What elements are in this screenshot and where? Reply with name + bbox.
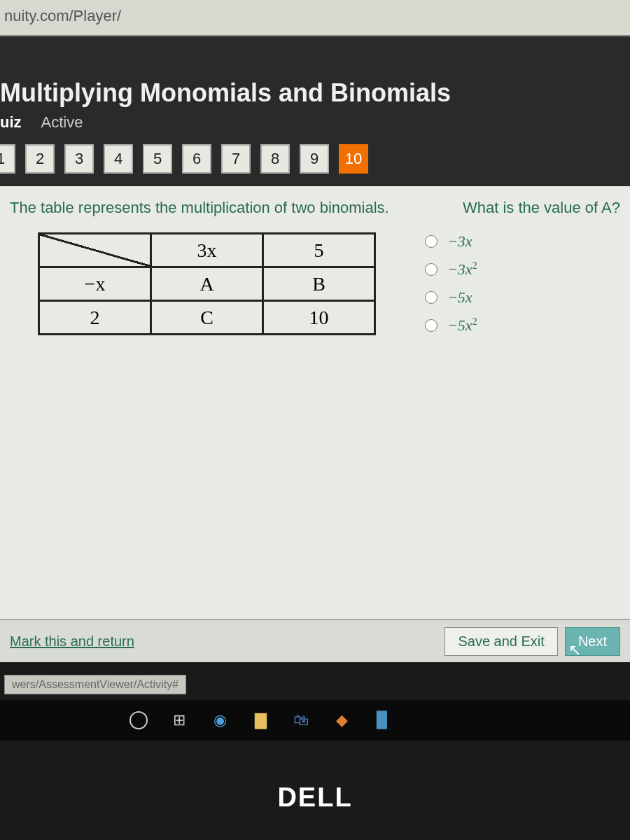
choice-text-2: −5x bbox=[447, 288, 472, 307]
choice-3[interactable]: −5x2 bbox=[425, 316, 477, 335]
dell-brand: DELL bbox=[0, 741, 630, 813]
choice-text-1: −3x2 bbox=[447, 260, 477, 279]
explorer-icon[interactable]: ▇ bbox=[248, 708, 273, 733]
question-nav: 12345678910 bbox=[0, 144, 630, 186]
taskbar[interactable]: ⊞ ◉ ▇ 🛍 ◆ ▉ bbox=[0, 700, 630, 741]
store-icon[interactable]: 🛍 bbox=[288, 708, 314, 733]
choice-0[interactable]: −3x bbox=[425, 232, 477, 251]
question-nav-5[interactable]: 5 bbox=[143, 144, 172, 174]
table-cell-r0-c0 bbox=[39, 234, 151, 267]
url-bar[interactable]: nuity.com/Player/ bbox=[0, 0, 630, 36]
bottom-bar: Mark this and return Save and Exit ↖ Nex… bbox=[0, 619, 630, 662]
choice-radio-3[interactable] bbox=[425, 319, 438, 332]
next-label: Next bbox=[578, 634, 607, 649]
next-button[interactable]: ↖ Next bbox=[565, 627, 620, 656]
answer-choices: −3x−3x2−5x−5x2 bbox=[425, 232, 477, 345]
choice-radio-0[interactable] bbox=[425, 235, 438, 248]
subhead: uiz Active bbox=[0, 113, 630, 144]
edge-icon[interactable]: ◉ bbox=[207, 708, 232, 733]
save-exit-button[interactable]: Save and Exit bbox=[444, 627, 557, 656]
question-nav-2[interactable]: 2 bbox=[25, 144, 55, 174]
question-nav-4[interactable]: 4 bbox=[104, 144, 133, 174]
question-nav-1[interactable]: 1 bbox=[0, 144, 15, 174]
question-area: The table represents the multiplication … bbox=[0, 186, 630, 662]
cursor-icon: ↖ bbox=[568, 641, 581, 659]
table-cell-r1-c2: B bbox=[263, 267, 375, 301]
app-frame: Multiplying Monomials and Binomials uiz … bbox=[0, 36, 630, 662]
table-cell-r0-c1: 3x bbox=[151, 234, 263, 267]
choice-text-0: −3x bbox=[447, 232, 472, 251]
table-cell-r2-c1: C bbox=[151, 301, 263, 335]
table-cell-r0-c2: 5 bbox=[263, 234, 375, 267]
mark-return-link[interactable]: Mark this and return bbox=[10, 634, 134, 650]
status-strip: wers/AssessmentViewer/Activity# bbox=[0, 662, 630, 700]
app-icon-2[interactable]: ▉ bbox=[370, 708, 395, 733]
question-nav-9[interactable]: 9 bbox=[300, 144, 329, 174]
cortana-icon[interactable] bbox=[126, 708, 151, 733]
question-nav-8[interactable]: 8 bbox=[260, 144, 290, 174]
choice-text-3: −5x2 bbox=[447, 316, 477, 335]
table-cell-r1-c1: A bbox=[151, 267, 263, 301]
active-label: Active bbox=[41, 113, 83, 132]
prompt-left: The table represents the multiplication … bbox=[10, 199, 389, 217]
question-nav-3[interactable]: 3 bbox=[64, 144, 94, 174]
question-nav-7[interactable]: 7 bbox=[221, 144, 251, 174]
task-view-icon[interactable]: ⊞ bbox=[167, 708, 192, 733]
table-cell-r2-c0: 2 bbox=[39, 301, 151, 335]
table-cell-r1-c0: −x bbox=[39, 267, 151, 301]
quiz-label: uiz bbox=[0, 113, 22, 132]
right-buttons: Save and Exit ↖ Next bbox=[444, 627, 620, 656]
choice-2[interactable]: −5x bbox=[425, 288, 477, 307]
multiplication-table: 3x5−xAB2C10 bbox=[38, 232, 376, 335]
question-nav-6[interactable]: 6 bbox=[182, 144, 211, 174]
lesson-title: Multiplying Monomials and Binomials bbox=[0, 78, 630, 113]
content-row: 3x5−xAB2C10 −3x−3x2−5x−5x2 bbox=[10, 230, 620, 345]
prompt-row: The table represents the multiplication … bbox=[10, 199, 620, 217]
app-icon-1[interactable]: ◆ bbox=[329, 708, 354, 733]
question-nav-10[interactable]: 10 bbox=[339, 144, 368, 174]
url-text: nuity.com/Player/ bbox=[4, 7, 121, 24]
prompt-right: What is the value of A? bbox=[463, 199, 620, 217]
choice-radio-2[interactable] bbox=[425, 291, 438, 304]
table-cell-r2-c2: 10 bbox=[263, 301, 375, 335]
choice-radio-1[interactable] bbox=[425, 263, 438, 276]
choice-1[interactable]: −3x2 bbox=[425, 260, 477, 279]
status-path: wers/AssessmentViewer/Activity# bbox=[4, 675, 186, 694]
